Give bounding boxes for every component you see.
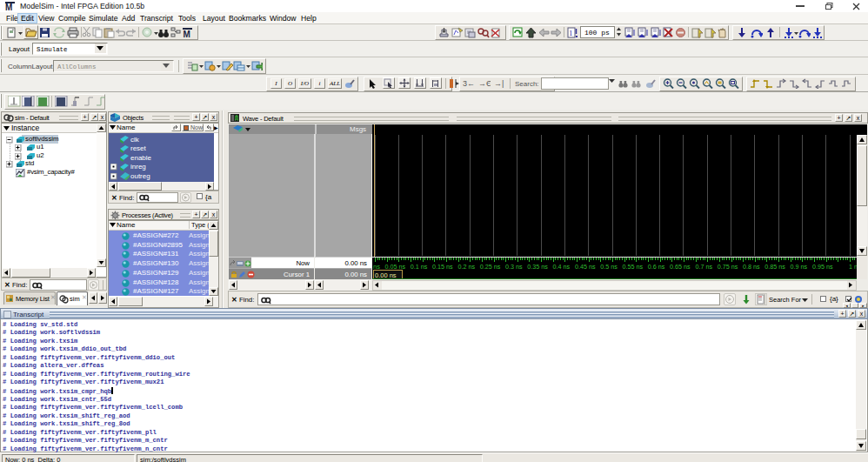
svg-text:0.05 ns: 0.05 ns (385, 263, 406, 271)
svg-text:0.9 ns: 0.9 ns (791, 263, 808, 271)
svg-text:M: M (184, 30, 190, 38)
svg-text:0.2 ns: 0.2 ns (457, 263, 475, 271)
svg-text:1: 1 (569, 29, 573, 37)
svg-text:→|: →| (494, 79, 504, 88)
svg-text:0.5 ns: 0.5 ns (600, 263, 618, 271)
svg-text:1 ns: 1 ns (849, 263, 857, 271)
svg-text:0.75 ns: 0.75 ns (718, 263, 738, 271)
svg-text:0.4 ns: 0.4 ns (553, 263, 571, 271)
svg-text:0.35 ns: 0.35 ns (527, 263, 548, 271)
svg-text:M: M (5, 3, 12, 11)
svg-text:0.85 ns: 0.85 ns (765, 263, 785, 271)
svg-text:0.1 ns: 0.1 ns (411, 263, 428, 271)
svg-text:0.95 ns: 0.95 ns (812, 263, 833, 271)
svg-text:0.55 ns: 0.55 ns (623, 263, 644, 271)
svg-text:0.25 ns: 0.25 ns (480, 263, 501, 271)
svg-text:0.15 ns: 0.15 ns (432, 263, 453, 271)
svg-text:ns: ns (373, 263, 380, 271)
svg-text:0.65 ns: 0.65 ns (670, 263, 691, 271)
svg-text:→Є: →Є (478, 79, 491, 88)
svg-text:0.00 ns: 0.00 ns (375, 271, 397, 279)
svg-text:0.6 ns: 0.6 ns (648, 263, 665, 271)
svg-text:0.7 ns: 0.7 ns (695, 263, 712, 271)
svg-text:0.45 ns: 0.45 ns (575, 263, 596, 271)
svg-text:0.3 ns: 0.3 ns (505, 263, 523, 271)
svg-text:3←: 3← (463, 79, 475, 88)
svg-text:0.8 ns: 0.8 ns (743, 263, 760, 271)
